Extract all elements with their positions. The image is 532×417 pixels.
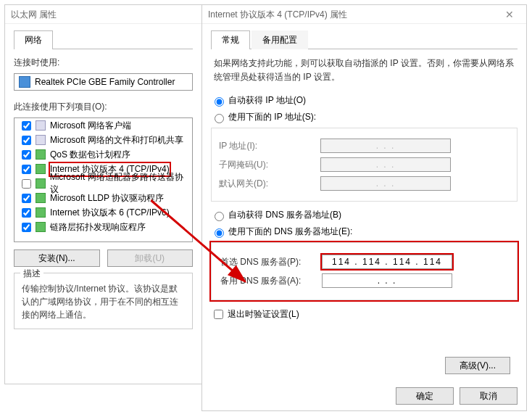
component-icon — [36, 164, 46, 174]
dns-manual-label: 使用下面的 DNS 服务器地址(E): — [228, 226, 352, 238]
component-icon — [36, 178, 46, 189]
component-icon — [36, 135, 46, 145]
items-label: 此连接使用下列项目(O): — [14, 101, 193, 113]
ip-auto-radio[interactable] — [215, 97, 224, 107]
nic-icon — [19, 76, 30, 88]
component-icon — [36, 120, 46, 131]
right-content: 常规 备用配置 如果网络支持此功能，则可以获取自动指派的 IP 设置。否则，你需… — [202, 24, 526, 337]
component-label: QoS 数据包计划程序 — [50, 149, 130, 161]
dns-pref-input[interactable]: 114 . 114 . 114 . 114 — [322, 255, 452, 269]
list-item[interactable]: Microsoft 网络的文件和打印机共享 — [14, 133, 192, 147]
ip-manual-label: 使用下面的 IP 地址(S): — [228, 111, 316, 123]
titlebar-right: Internet 协议版本 4 (TCP/IPv4) 属性 ✕ — [202, 5, 526, 24]
adapter-field[interactable]: Realtek PCIe GBE Family Controller — [14, 73, 193, 91]
list-item[interactable]: Microsoft 网络客户端 — [14, 118, 192, 133]
mask-label: 子网掩码(U): — [219, 159, 320, 171]
left-content: 网络 连接时使用: Realtek PCIe GBE Family Contro… — [5, 24, 201, 338]
cancel-button[interactable]: 取消 — [460, 387, 518, 405]
component-checkbox[interactable] — [22, 223, 31, 232]
close-icon[interactable]: ✕ — [499, 5, 520, 24]
dns-fields: 首选 DNS 服务器(P):114 . 114 . 114 . 114 备用 D… — [211, 242, 518, 300]
dialog-footer: 确定 取消 — [396, 387, 518, 405]
gw-label: 默认网关(D): — [219, 178, 320, 190]
validate-checkbox[interactable] — [214, 310, 223, 319]
component-icon — [36, 193, 46, 203]
titlebar-left: 以太网 属性 — [5, 5, 201, 24]
dns-pref-label: 首选 DNS 服务器(P): — [220, 256, 322, 268]
ip-fields: IP 地址(I): . . . 子网掩码(U): . . . 默认网关(D): … — [211, 128, 518, 202]
component-checkbox[interactable] — [22, 179, 31, 189]
list-item[interactable]: Microsoft 网络适配器多路传送器协议 — [14, 176, 192, 191]
component-label: 链路层拓扑发现响应程序 — [50, 221, 146, 234]
intro-text: 如果网络支持此功能，则可以获取自动指派的 IP 设置。否则，你需要从网络系统管理… — [214, 57, 515, 84]
mask-input: . . . — [320, 157, 451, 172]
ip-auto-label: 自动获得 IP 地址(O) — [228, 94, 306, 107]
ip-addr-label: IP 地址(I): — [219, 140, 320, 152]
validate-label: 退出时验证设置(L) — [228, 308, 299, 321]
component-checkbox[interactable] — [22, 208, 31, 218]
ip-manual-row[interactable]: 使用下面的 IP 地址(S): — [211, 111, 518, 123]
dns-alt-input[interactable]: . . . — [322, 273, 452, 288]
component-label: Microsoft 网络的文件和打印机共享 — [50, 134, 183, 146]
ip-manual-radio[interactable] — [215, 114, 224, 123]
gateway-input: . . . — [320, 176, 451, 191]
description-group: 描述 传输控制协议/Internet 协议。该协议是默认的广域网络协议，用于在不… — [14, 273, 193, 329]
component-icon — [36, 207, 46, 218]
components-list[interactable]: Microsoft 网络客户端Microsoft 网络的文件和打印机共享QoS … — [14, 117, 193, 242]
dns-manual-row[interactable]: 使用下面的 DNS 服务器地址(E): — [211, 226, 518, 238]
component-label: Microsoft 网络客户端 — [50, 120, 131, 132]
uninstall-button: 卸载(U) — [107, 249, 194, 267]
component-checkbox[interactable] — [22, 121, 31, 131]
install-button[interactable]: 安装(N)... — [14, 249, 100, 267]
dns-alt-label: 备用 DNS 服务器(A): — [220, 275, 322, 287]
adapter-name: Realtek PCIe GBE Family Controller — [35, 77, 175, 87]
ipv4-properties-dialog: Internet 协议版本 4 (TCP/IPv4) 属性 ✕ 常规 备用配置 … — [201, 4, 527, 411]
component-checkbox[interactable] — [22, 165, 31, 174]
list-item[interactable]: Internet 协议版本 6 (TCP/IPv6) — [14, 205, 192, 220]
component-icon — [36, 149, 46, 160]
dns-manual-radio[interactable] — [215, 228, 224, 238]
connect-using-label: 连接时使用: — [14, 57, 193, 69]
dns-auto-label: 自动获得 DNS 服务器地址(B) — [228, 209, 341, 221]
validate-row[interactable]: 退出时验证设置(L) — [211, 307, 518, 321]
ok-button[interactable]: 确定 — [396, 387, 454, 405]
advanced-button[interactable]: 高级(V)... — [445, 357, 510, 374]
tab-general[interactable]: 常规 — [211, 30, 250, 49]
ethernet-properties-dialog: 以太网 属性 网络 连接时使用: Realtek PCIe GBE Family… — [4, 4, 202, 384]
dns-auto-radio[interactable] — [215, 212, 224, 221]
tabs-left: 网络 — [14, 30, 193, 49]
description-text: 传输控制协议/Internet 协议。该协议是默认的广域网络协议，用于在不同的相… — [22, 282, 185, 321]
list-buttons: 安装(N)... 卸载(U) — [14, 249, 193, 267]
component-checkbox[interactable] — [22, 150, 31, 160]
dialog-title: 以太网 属性 — [11, 5, 196, 24]
component-checkbox[interactable] — [22, 194, 31, 203]
component-label: Microsoft LLDP 协议驱动程序 — [50, 192, 164, 205]
ip-auto-row[interactable]: 自动获得 IP 地址(O) — [211, 94, 518, 107]
dns-auto-row[interactable]: 自动获得 DNS 服务器地址(B) — [211, 209, 518, 221]
dialog-title: Internet 协议版本 4 (TCP/IPv4) 属性 — [208, 5, 499, 24]
component-checkbox[interactable] — [22, 136, 31, 145]
tab-network[interactable]: 网络 — [14, 30, 53, 49]
list-item[interactable]: 链路层拓扑发现响应程序 — [14, 220, 192, 234]
description-title: 描述 — [20, 268, 43, 280]
tabs-right: 常规 备用配置 — [211, 30, 518, 49]
list-item[interactable]: QoS 数据包计划程序 — [14, 147, 192, 162]
component-label: Internet 协议版本 6 (TCP/IPv6) — [50, 207, 170, 219]
component-icon — [36, 222, 46, 232]
tab-alternate[interactable]: 备用配置 — [252, 30, 308, 49]
ip-addr-input: . . . — [320, 139, 451, 153]
